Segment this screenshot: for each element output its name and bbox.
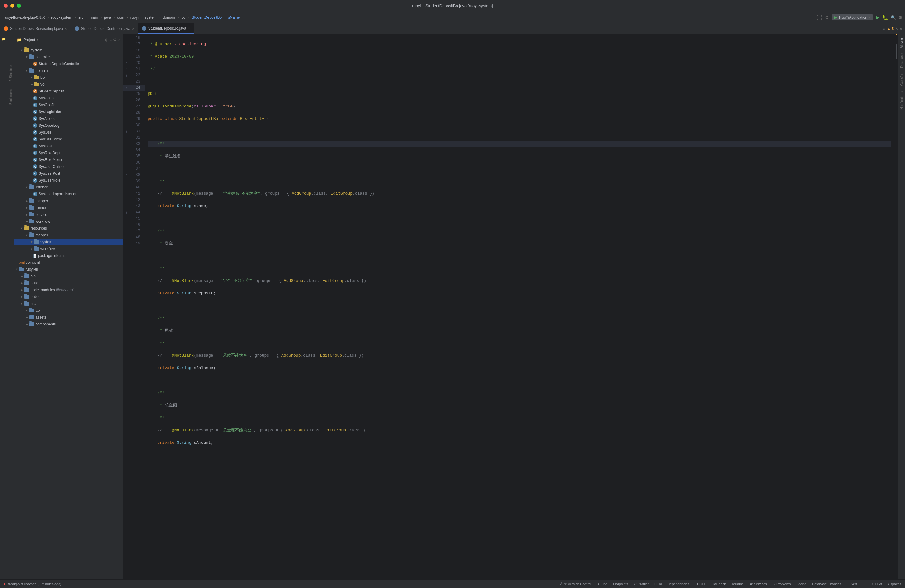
tree-vo[interactable]: ▶ vo bbox=[14, 81, 123, 88]
settings-gear-icon[interactable]: ⚙ bbox=[899, 15, 902, 20]
status-encoding[interactable]: UTF-8 bbox=[871, 582, 883, 586]
tree-import-listener[interactable]: C SysUserImportListener bbox=[14, 191, 123, 197]
tree-mapper[interactable]: ▶ mapper bbox=[14, 197, 123, 204]
tree-sys-post[interactable]: C SysPost bbox=[14, 143, 123, 149]
tree-sys-ossconfig[interactable]: C SysOssConfig bbox=[14, 136, 123, 143]
tab-close-bo[interactable]: × bbox=[188, 27, 190, 30]
tree-sys-operlog[interactable]: C SysOperLog bbox=[14, 122, 123, 129]
nav-ruoyi[interactable]: ruoyi bbox=[129, 14, 140, 20]
nav-com[interactable]: com bbox=[116, 14, 125, 20]
debug-button[interactable]: 🐛 bbox=[882, 14, 888, 20]
tree-sys-logininfo[interactable]: C SysLogininfor bbox=[14, 108, 123, 115]
status-db-changes[interactable]: Database Changes bbox=[811, 582, 842, 586]
tree-system[interactable]: ▼ system bbox=[14, 47, 123, 54]
project-icon[interactable]: 📁 bbox=[0, 35, 7, 42]
code-area[interactable]: 16 17 18 19 ⊟ 20 bbox=[123, 34, 897, 579]
warning-down-icon[interactable]: ∨ bbox=[899, 26, 902, 31]
nav-domain[interactable]: domain bbox=[162, 14, 176, 20]
tree-domain[interactable]: ▼ domain bbox=[14, 67, 123, 74]
tree-sys-oss[interactable]: C SysOss bbox=[14, 129, 123, 136]
tree-student-deposit[interactable]: C StudentDeposit bbox=[14, 88, 123, 95]
status-position[interactable]: 24:8 bbox=[849, 582, 858, 586]
tab-close-controller[interactable]: × bbox=[132, 27, 134, 30]
tree-runner[interactable]: ▶ runner bbox=[14, 204, 123, 211]
tree-student-controller[interactable]: C StudentDepositControlle bbox=[14, 60, 123, 67]
tree-sys-userpost[interactable]: C SysUserPost bbox=[14, 170, 123, 177]
tree-resources[interactable]: ▼ resources bbox=[14, 225, 123, 232]
status-version-control[interactable]: ⎇ 9: Version Control bbox=[557, 581, 592, 586]
tree-sys-userrole[interactable]: C SysUserRole bbox=[14, 177, 123, 184]
tree-sys-useronline[interactable]: C SysUserOnline bbox=[14, 163, 123, 170]
maven-panel-label[interactable]: Maven bbox=[899, 35, 904, 51]
status-dependencies[interactable]: Dependencies bbox=[666, 582, 691, 586]
database-panel-label[interactable]: Database bbox=[899, 51, 904, 70]
tree-listener[interactable]: ▼ listener bbox=[14, 184, 123, 191]
bookmark-bookmarks[interactable]: Bookmarks bbox=[9, 89, 13, 105]
tree-service[interactable]: ▶ service bbox=[14, 211, 123, 218]
tab-close-service[interactable]: × bbox=[65, 27, 67, 30]
tree-package-info[interactable]: 📄 package-info.md bbox=[14, 252, 123, 259]
status-spring[interactable]: Spring bbox=[795, 582, 808, 586]
tree-build[interactable]: ▶ build bbox=[14, 280, 123, 286]
status-find[interactable]: 3: Find bbox=[595, 582, 608, 586]
tab-controller[interactable]: StudentDepositController.java × bbox=[71, 23, 138, 34]
tab-bo[interactable]: StudentDepositBo.java × bbox=[138, 23, 194, 34]
notifications-panel-label[interactable]: Notifications bbox=[899, 89, 904, 112]
tree-api[interactable]: ▶ api bbox=[14, 307, 123, 314]
nav-field[interactable]: sName bbox=[227, 14, 241, 20]
locate-icon[interactable]: ◎ bbox=[105, 37, 108, 42]
classfile-panel-label[interactable]: Classfile bbox=[899, 70, 904, 89]
tree-node-modules[interactable]: ▶ node_modules library root bbox=[14, 286, 123, 293]
nav-src[interactable]: src bbox=[77, 14, 85, 20]
nav-bo[interactable]: bo bbox=[180, 14, 187, 20]
bookmark-structure[interactable]: 2: Structure bbox=[9, 65, 13, 82]
forward-button[interactable]: ⟩ bbox=[821, 14, 822, 20]
tree-workflow2[interactable]: ▶ workflow bbox=[14, 245, 123, 252]
status-endpoints[interactable]: Endpoints bbox=[612, 582, 629, 586]
tree-sys-roledept[interactable]: C SysRoleDept bbox=[14, 149, 123, 156]
status-build[interactable]: Build bbox=[653, 582, 663, 586]
nav-module[interactable]: ruoyi-system bbox=[50, 14, 73, 20]
tree-mapper2[interactable]: ▼ mapper bbox=[14, 232, 123, 238]
status-terminal[interactable]: Terminal bbox=[730, 582, 746, 586]
status-line-ending[interactable]: LF bbox=[861, 582, 868, 586]
search-everywhere-button[interactable]: 🔍 bbox=[891, 15, 896, 20]
tree-pom[interactable]: xml pom.xml bbox=[14, 259, 123, 266]
tree-public[interactable]: ▶ public bbox=[14, 293, 123, 300]
tree-bin[interactable]: ▶ bin bbox=[14, 273, 123, 280]
tree-sys-config[interactable]: C SysConfig bbox=[14, 102, 123, 108]
tree-workflow[interactable]: ▶ workflow bbox=[14, 218, 123, 225]
tree-sys-cache[interactable]: C SysCache bbox=[14, 95, 123, 102]
back-button[interactable]: ⟨ bbox=[816, 14, 818, 20]
code-content[interactable]: * @author xiaocaicoding * @date 2023-10-… bbox=[145, 34, 894, 579]
minimize-button[interactable] bbox=[10, 4, 14, 8]
nav-main[interactable]: main bbox=[89, 14, 99, 20]
maximize-button[interactable] bbox=[17, 4, 21, 8]
status-todo[interactable]: TODO bbox=[694, 582, 706, 586]
close-button[interactable] bbox=[4, 4, 8, 8]
tree-sys-rolemenu[interactable]: C SysRoleMenu bbox=[14, 156, 123, 163]
tree-bo[interactable]: ▶ bo bbox=[14, 74, 123, 81]
status-indent[interactable]: 4 spaces bbox=[886, 582, 902, 586]
scroll-thumb[interactable] bbox=[895, 44, 897, 59]
tree-ruoyi-ui[interactable]: ▼ ruoyi-ui bbox=[14, 266, 123, 273]
settings-icon[interactable]: ⚙ bbox=[825, 15, 829, 20]
warning-up-icon[interactable]: ∧ bbox=[895, 26, 898, 31]
collapse-icon[interactable]: ≡ bbox=[110, 37, 112, 42]
status-problems[interactable]: 6: Problems bbox=[772, 582, 792, 586]
tab-service-impl[interactable]: StudentDepositServiceImpl.java × bbox=[0, 23, 71, 34]
nav-java[interactable]: java bbox=[103, 14, 112, 20]
status-services[interactable]: 8: Services bbox=[749, 582, 768, 586]
tree-settings-icon[interactable]: ⚙ bbox=[113, 37, 117, 42]
tree-controller[interactable]: ▼ controller bbox=[14, 54, 123, 60]
tree-src[interactable]: ▼ src bbox=[14, 300, 123, 307]
run-button[interactable]: ▶ bbox=[876, 14, 880, 20]
hide-panel-icon[interactable]: × bbox=[118, 37, 121, 42]
nav-project[interactable]: ruoyi-flowable-plus-0.8.X bbox=[3, 14, 46, 20]
tree-sys-notice[interactable]: C SysNotice bbox=[14, 115, 123, 122]
tree-system-res[interactable]: ▼ system bbox=[14, 238, 123, 245]
nav-system[interactable]: system bbox=[144, 14, 158, 20]
tab-settings-icon[interactable]: ≡ bbox=[883, 27, 885, 31]
run-config[interactable]: ▶ RuoYiApplication ▾ bbox=[832, 14, 873, 20]
status-profiler[interactable]: ⊙ Profiler bbox=[632, 581, 650, 586]
